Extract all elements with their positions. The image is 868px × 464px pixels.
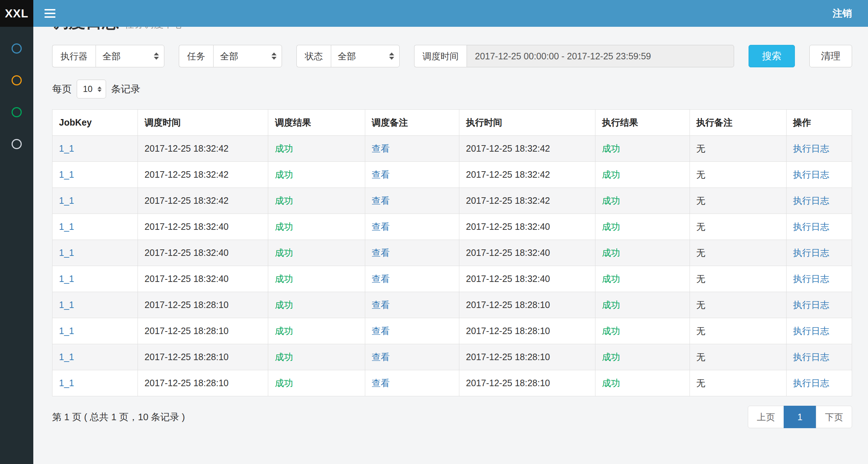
exec-log-link[interactable]: 执行日志 (793, 352, 829, 362)
jobkey-link[interactable]: 1_1 (59, 274, 74, 284)
page-size-select[interactable]: 10 (77, 80, 106, 98)
dispatch-remark-link-cell: 查看 (365, 188, 459, 214)
dispatch-remark-link[interactable]: 查看 (372, 300, 390, 310)
main-content: 调度日志 任务调度中心 执行器 全部 任务 全部 状态 全部 调度 (33, 0, 868, 435)
jobkey-link[interactable]: 1_1 (59, 378, 74, 388)
jobkey-link[interactable]: 1_1 (59, 352, 74, 362)
table-body: 1_12017-12-25 18:32:42成功查看2017-12-25 18:… (52, 136, 852, 396)
status-select-value: 全部 (338, 50, 356, 62)
logout-link[interactable]: 注销 (833, 7, 852, 20)
jobkey-link[interactable]: 1_1 (59, 195, 74, 206)
filter-row: 执行器 全部 任务 全部 状态 全部 调度时间 2017-12-25 00:00… (52, 45, 852, 67)
jobkey-link[interactable]: 1_1 (59, 248, 74, 258)
dispatch-time-cell: 2017-12-25 18:32:40 (138, 266, 268, 292)
exec-log-link[interactable]: 执行日志 (793, 274, 829, 284)
jobkey-link[interactable]: 1_1 (59, 143, 74, 153)
exec-log-link[interactable]: 执行日志 (793, 248, 829, 258)
exec-result: 成功 (602, 222, 620, 232)
dispatch-time-cell: 2017-12-25 18:32:42 (138, 136, 268, 162)
job-select[interactable]: 全部 (213, 45, 282, 67)
sidebar-toggle-button[interactable] (33, 0, 67, 27)
page-size-suffix-label: 条记录 (111, 83, 140, 96)
jobkey-link[interactable]: 1_1 (59, 169, 74, 180)
status-select[interactable]: 全部 (331, 45, 400, 67)
exec-remark-cell: 无 (690, 370, 786, 396)
jobkey-link-cell: 1_1 (52, 136, 138, 162)
dispatch-remark-link[interactable]: 查看 (372, 326, 390, 336)
prev-page-button[interactable]: 上页 (748, 406, 784, 428)
sidebar-item[interactable] (0, 33, 33, 64)
exec-log-link-cell: 执行日志 (786, 240, 852, 266)
exec-log-link[interactable]: 执行日志 (793, 326, 829, 336)
dispatch-result-cell: 成功 (268, 266, 365, 292)
dispatch-result-cell: 成功 (268, 162, 365, 188)
dispatch-remark-link-cell: 查看 (365, 240, 459, 266)
time-range-input[interactable]: 2017-12-25 00:00:00 - 2017-12-25 23:59:5… (467, 45, 734, 67)
sidebar-item[interactable] (0, 64, 33, 96)
jobkey-link-cell: 1_1 (52, 292, 138, 318)
search-button[interactable]: 搜索 (749, 45, 795, 67)
dispatch-remark-link[interactable]: 查看 (372, 274, 390, 284)
sidebar-item[interactable] (0, 128, 33, 160)
exec-result: 成功 (602, 169, 620, 180)
sidebar-item[interactable] (0, 96, 33, 128)
dispatch-remark-link[interactable]: 查看 (372, 143, 390, 153)
exec-result-cell: 成功 (595, 162, 690, 188)
exec-log-link[interactable]: 执行日志 (793, 195, 829, 206)
column-header: JobKey (52, 110, 138, 136)
exec-log-link[interactable]: 执行日志 (793, 378, 829, 388)
dispatch-remark-link-cell: 查看 (365, 292, 459, 318)
exec-log-link[interactable]: 执行日志 (793, 169, 829, 180)
hamburger-icon (45, 9, 55, 10)
exec-time-cell: 2017-12-25 18:28:10 (459, 318, 595, 344)
exec-log-link[interactable]: 执行日志 (793, 222, 829, 232)
dispatch-time: 2017-12-25 18:32:40 (144, 248, 228, 258)
dispatch-remark-link[interactable]: 查看 (372, 378, 390, 388)
dispatch-remark-link[interactable]: 查看 (372, 195, 390, 206)
exec-remark-cell: 无 (690, 240, 786, 266)
exec-time-cell: 2017-12-25 18:32:42 (459, 188, 595, 214)
status-label: 状态 (296, 45, 331, 67)
table-row: 1_12017-12-25 18:32:42成功查看2017-12-25 18:… (52, 162, 852, 188)
exec-log-link-cell: 执行日志 (786, 214, 852, 240)
jobkey-link[interactable]: 1_1 (59, 222, 74, 232)
exec-log-link-cell: 执行日志 (786, 344, 852, 370)
next-page-button[interactable]: 下页 (816, 406, 852, 428)
dispatch-remark-link[interactable]: 查看 (372, 248, 390, 258)
exec-result: 成功 (602, 326, 620, 336)
exec-log-link-cell: 执行日志 (786, 370, 852, 396)
dispatch-remark-link-cell: 查看 (365, 344, 459, 370)
clear-button[interactable]: 清理 (809, 45, 852, 67)
exec-result: 成功 (602, 143, 620, 153)
exec-result-cell: 成功 (595, 240, 690, 266)
dispatch-time-cell: 2017-12-25 18:32:42 (138, 188, 268, 214)
dispatch-time-cell: 2017-12-25 18:28:10 (138, 370, 268, 396)
exec-result-cell: 成功 (595, 214, 690, 240)
exec-time: 2017-12-25 18:32:42 (466, 195, 550, 206)
table-row: 1_12017-12-25 18:32:42成功查看2017-12-25 18:… (52, 188, 852, 214)
exec-log-link[interactable]: 执行日志 (793, 143, 829, 153)
jobkey-link[interactable]: 1_1 (59, 326, 74, 336)
dispatch-result: 成功 (275, 352, 293, 362)
column-header: 执行备注 (690, 110, 786, 136)
status-filter: 状态 全部 (296, 45, 400, 67)
exec-log-link[interactable]: 执行日志 (793, 300, 829, 310)
exec-time-cell: 2017-12-25 18:32:40 (459, 240, 595, 266)
dispatch-remark-link[interactable]: 查看 (372, 222, 390, 232)
executor-filter: 执行器 全部 (52, 45, 164, 67)
dispatch-time-cell: 2017-12-25 18:32:40 (138, 214, 268, 240)
exec-result: 成功 (602, 352, 620, 362)
page-size-prefix-label: 每页 (52, 83, 72, 96)
dispatch-time: 2017-12-25 18:28:10 (144, 378, 228, 388)
current-page-button[interactable]: 1 (784, 406, 816, 428)
exec-remark: 无 (696, 169, 705, 180)
executor-select[interactable]: 全部 (96, 45, 164, 67)
exec-result: 成功 (602, 274, 620, 284)
exec-remark: 无 (696, 352, 705, 362)
column-header: 执行时间 (459, 110, 595, 136)
jobkey-link[interactable]: 1_1 (59, 300, 74, 310)
exec-time: 2017-12-25 18:28:10 (466, 378, 550, 388)
navbar-right: 注销 (833, 0, 868, 27)
dispatch-remark-link[interactable]: 查看 (372, 169, 390, 180)
dispatch-remark-link[interactable]: 查看 (372, 352, 390, 362)
